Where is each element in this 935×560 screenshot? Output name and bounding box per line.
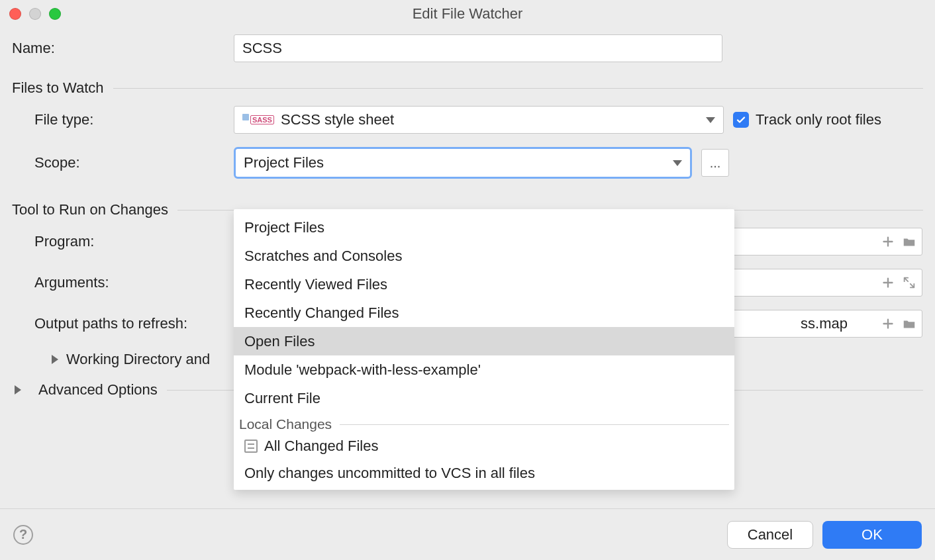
cancel-button[interactable]: Cancel — [727, 521, 813, 549]
scope-option[interactable]: Only changes uncommitted to VCS in all f… — [234, 459, 734, 487]
track-only-root-label: Track only root files — [756, 111, 881, 128]
folder-icon[interactable] — [902, 234, 916, 249]
section-files-to-watch: Files to Watch — [12, 79, 923, 97]
scope-value: Project Files — [244, 154, 324, 171]
chevron-down-icon — [673, 160, 682, 166]
working-directory-label: Working Directory and — [66, 351, 210, 368]
arguments-label: Arguments: — [12, 274, 234, 291]
scope-option[interactable]: Only changes uncommitted to VCS in file … — [234, 487, 734, 490]
scope-option[interactable]: Current File — [234, 384, 734, 412]
expand-icon[interactable] — [902, 275, 916, 290]
scope-option[interactable]: Recently Changed Files — [234, 299, 734, 327]
scope-dropdown-popup: Project Files Scratches and Consoles Rec… — [234, 209, 734, 490]
dialog-footer: ? Cancel OK — [0, 508, 935, 560]
scope-dropdown[interactable]: Project Files — [234, 147, 692, 179]
chevron-down-icon — [706, 117, 715, 123]
scope-label: Scope: — [12, 154, 234, 171]
section-tool-to-run-label: Tool to Run on Changes — [12, 201, 168, 218]
disclosure-triangle-icon — [52, 355, 58, 364]
advanced-options-label: Advanced Options — [38, 381, 158, 398]
add-icon[interactable] — [881, 275, 895, 290]
scope-option[interactable]: Recently Viewed Files — [234, 270, 734, 299]
disclosure-triangle-icon — [15, 385, 21, 395]
program-label: Program: — [12, 233, 234, 250]
folder-icon[interactable] — [902, 316, 916, 331]
name-label: Name: — [12, 40, 234, 57]
scope-browse-button[interactable]: ... — [701, 149, 729, 177]
track-only-root-checkbox[interactable]: Track only root files — [733, 111, 881, 128]
file-type-label: File type: — [12, 111, 234, 128]
section-files-to-watch-label: Files to Watch — [12, 79, 104, 97]
name-value: SCSS — [242, 40, 282, 57]
sass-file-icon: SASS — [242, 115, 274, 124]
help-icon: ? — [19, 527, 27, 542]
name-input[interactable]: SCSS — [234, 34, 722, 62]
add-icon[interactable] — [881, 316, 895, 331]
ok-button[interactable]: OK — [822, 521, 922, 549]
title-bar: Edit File Watcher — [0, 0, 935, 28]
output-paths-visible-tail: ss.map — [801, 315, 848, 332]
scope-option[interactable]: Scratches and Consoles — [234, 242, 734, 270]
scope-option[interactable]: Module 'webpack-with-less-example' — [234, 355, 734, 384]
scope-group-header: Local Changes — [234, 412, 734, 432]
scope-option[interactable]: Project Files — [234, 213, 734, 242]
changelist-icon — [244, 440, 258, 453]
window-title: Edit File Watcher — [0, 5, 935, 23]
ellipsis-icon: ... — [710, 156, 721, 171]
scope-option[interactable]: All Changed Files — [234, 432, 734, 459]
file-type-value: SCSS style sheet — [281, 111, 394, 128]
checkbox-checked-icon — [733, 112, 749, 128]
scope-option[interactable]: Open Files — [234, 327, 734, 355]
file-type-dropdown[interactable]: SASS SCSS style sheet — [234, 106, 724, 134]
output-paths-label: Output paths to refresh: — [12, 315, 234, 332]
help-button[interactable]: ? — [13, 525, 33, 545]
add-icon[interactable] — [881, 234, 895, 249]
working-directory-expander[interactable]: Working Directory and — [12, 351, 210, 368]
